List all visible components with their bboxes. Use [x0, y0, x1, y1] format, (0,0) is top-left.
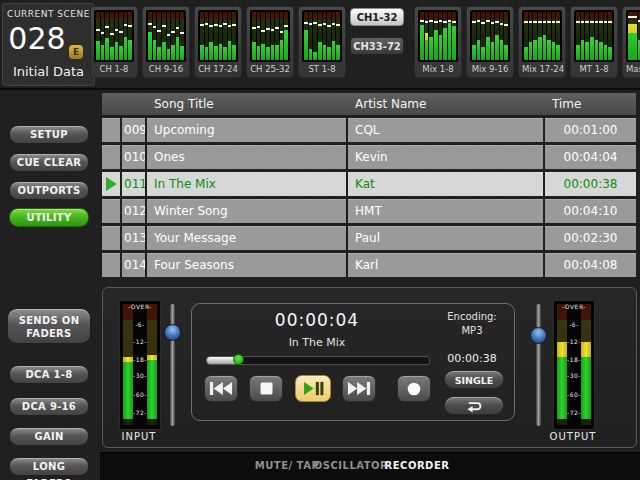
record-button[interactable] [397, 375, 431, 402]
meter-scale-label: -12- [120, 337, 160, 344]
table-row[interactable]: 014 Four Seasons Karl 00:04:08 [102, 253, 636, 277]
song-time: 00:02:30 [545, 226, 636, 250]
column-time: Time [545, 93, 636, 115]
song-time: 00:00:38 [545, 172, 636, 196]
recorder-panel: -OVER--6--12--18--30--60--72- INPUT 00:0… [102, 287, 637, 448]
meter-scale-label: -18- [120, 355, 160, 362]
meter-tile[interactable]: CH 1-8 [90, 6, 138, 78]
input-fader[interactable] [164, 304, 181, 426]
meter-tile[interactable]: CH 25-32 [246, 6, 294, 78]
utility-button[interactable]: UTILITY [9, 208, 89, 227]
meter-scale-label: -18- [554, 355, 594, 362]
tab-oscillator[interactable]: OSCILLATOR [314, 460, 389, 471]
stop-button[interactable] [249, 375, 283, 402]
meter-scale-label: -60- [554, 391, 594, 398]
column-artist-name: Artist Name [348, 93, 543, 115]
cue-clear-button[interactable]: CUE CLEAR [9, 153, 89, 172]
channel-meters [302, 10, 342, 62]
play-pause-button[interactable] [295, 375, 331, 402]
table-row[interactable]: 010 Ones Kevin 00:04:04 [102, 145, 636, 169]
play-indicator-cell [102, 199, 120, 223]
stop-icon [260, 382, 273, 395]
record-icon [406, 381, 422, 397]
output-fader-knob[interactable] [530, 327, 547, 344]
channel-meters [626, 10, 640, 62]
current-scene-panel[interactable]: CURRENT SCENE 028 E Initial Data [2, 3, 95, 86]
meter-tile[interactable]: ST 1-8 [298, 6, 346, 78]
tab-recorder[interactable]: RECORDER [385, 460, 450, 471]
previous-track-button[interactable] [204, 375, 238, 402]
meter-tile-label: Mix 17-24 [522, 62, 562, 76]
bank-button-ch1-32[interactable]: CH1-32 [350, 8, 404, 26]
channel-bank-buttons: CH1-32 CH33-72 [350, 8, 404, 66]
next-icon [347, 381, 371, 396]
channel-meters [250, 10, 290, 62]
meter-scale-label: -30- [554, 372, 594, 379]
input-fader-knob[interactable] [164, 324, 181, 341]
play-indicator-cell [102, 145, 120, 169]
current-scene-label: CURRENT SCENE [3, 9, 94, 19]
meter-tile[interactable]: CH 17-24 [194, 6, 242, 78]
tab-mute-tap[interactable]: MUTE/ TAP [255, 460, 319, 471]
table-row[interactable]: 013 Your Message Paul 00:02:30 [102, 226, 636, 250]
meter-tile-label: CH 9-16 [146, 62, 186, 76]
meter-tile-label: CH 17-24 [198, 62, 238, 76]
meter-scale-label: -6- [120, 321, 160, 328]
table-row[interactable]: 012 Winter Song HMT 00:04:10 [102, 199, 636, 223]
sidebar: SETUP CUE CLEAR OUTPORTS UTILITY SENDS O… [0, 88, 98, 480]
output-fader[interactable] [530, 304, 547, 426]
meter-tile[interactable]: Mix 17-24 [518, 6, 566, 78]
input-fader-track [170, 304, 175, 426]
single-mode-button[interactable]: SINGLE [444, 370, 504, 389]
meter-tile-label: MT 1-8 [574, 62, 614, 76]
output-fader-track [536, 304, 541, 426]
total-time-display: 00:00:38 [432, 352, 512, 365]
progress-knob[interactable] [233, 354, 244, 365]
meter-tile[interactable]: Master [622, 6, 640, 78]
song-number: 011 [122, 172, 145, 196]
setup-button[interactable]: SETUP [9, 125, 89, 144]
meter-tile-label: Mix 9-16 [470, 62, 510, 76]
meter-scale-label: -OVER- [120, 303, 160, 310]
scene-edit-badge: E [69, 45, 83, 59]
table-row[interactable]: 009 Upcoming CQL 00:01:00 [102, 118, 636, 142]
bank-button-ch33-72[interactable]: CH33-72 [350, 37, 404, 55]
meter-scale-label: -OVER- [554, 303, 594, 310]
dca-1-8-button[interactable]: DCA 1-8 [9, 365, 89, 384]
play-indicator-cell [102, 226, 120, 250]
mixer-recorder-screen: CURRENT SCENE 028 E Initial Data CH 1-8C… [0, 0, 640, 480]
meter-tile[interactable]: Mix 9-16 [466, 6, 514, 78]
meter-scale-label: -6- [554, 321, 594, 328]
meter-tile-label: CH 1-8 [94, 62, 134, 76]
song-number: 010 [122, 145, 145, 169]
outports-button[interactable]: OUTPORTS [9, 181, 89, 200]
repeat-button[interactable] [444, 396, 504, 415]
meter-tile[interactable]: Mix 1-8 [414, 6, 462, 78]
meter-tile[interactable]: CH 9-16 [142, 6, 190, 78]
song-title: In The Mix [147, 172, 346, 196]
meter-tile-label: ST 1-8 [302, 62, 342, 76]
table-row[interactable]: 011 In The Mix Kat 00:00:38 [102, 172, 636, 196]
song-artist: Karl [348, 253, 543, 277]
progress-bar[interactable] [206, 356, 430, 365]
encoding-label: Encoding: [432, 311, 512, 322]
meter-scale-label: -72- [120, 409, 160, 416]
output-level-meter: -OVER--6--12--18--30--60--72- [553, 300, 595, 430]
song-time: 00:01:00 [545, 118, 636, 142]
play-icon [106, 177, 117, 191]
play-pause-icon [302, 380, 325, 397]
now-playing-title: In The Mix [192, 336, 442, 349]
song-time: 00:04:04 [545, 145, 636, 169]
sends-on-faders-button[interactable]: SENDS ON FADERS [7, 308, 91, 344]
output-meter-label: OUTPUT [543, 431, 603, 442]
long-faders-button[interactable]: LONG FADERS [9, 457, 89, 476]
next-track-button[interactable] [342, 375, 376, 402]
dca-9-16-button[interactable]: DCA 9-16 [9, 397, 89, 416]
gain-button[interactable]: GAIN [9, 427, 89, 446]
scene-name: Initial Data [3, 64, 94, 79]
elapsed-time-display: 00:00:04 [192, 310, 442, 330]
channel-meters [522, 10, 562, 62]
meter-scale-label: -30- [120, 372, 160, 379]
meter-tile[interactable]: MT 1-8 [570, 6, 618, 78]
song-title: Four Seasons [147, 253, 346, 277]
